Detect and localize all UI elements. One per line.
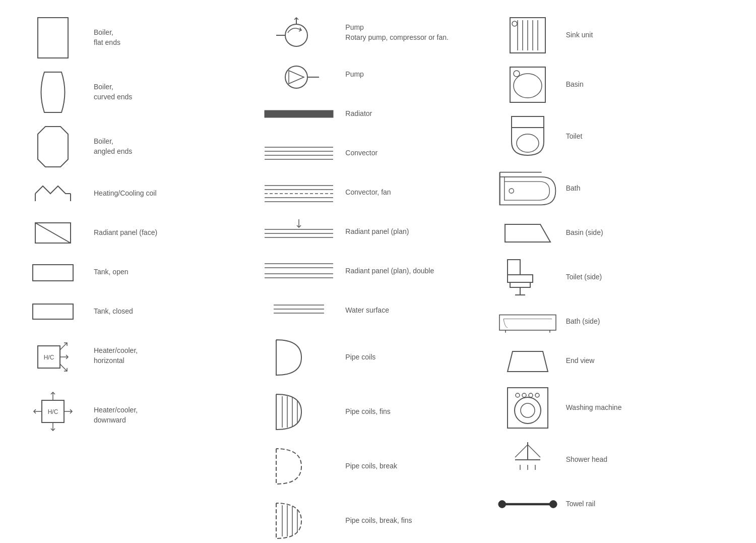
symbol-basin-side bbox=[497, 219, 558, 247]
label-heating-cooling-coil: Heating/Cooling coil bbox=[94, 189, 157, 199]
svg-line-89 bbox=[528, 445, 540, 457]
symbol-convector-fan bbox=[259, 182, 339, 204]
label-bath-side: Bath (side) bbox=[566, 317, 600, 327]
symbol-boiler-angled bbox=[20, 124, 86, 169]
item-toilet: Toilet bbox=[497, 114, 736, 159]
label-bath: Bath bbox=[566, 184, 581, 194]
item-towel-rail: Towel rail bbox=[497, 489, 736, 519]
svg-point-83 bbox=[516, 393, 520, 397]
label-boiler-flat: Boiler,flat ends bbox=[94, 28, 120, 47]
item-end-view: End view bbox=[497, 346, 736, 376]
svg-rect-76 bbox=[499, 315, 556, 330]
svg-point-84 bbox=[522, 393, 526, 397]
symbol-shower-head bbox=[497, 440, 558, 480]
label-pipe-coils: Pipe coils bbox=[345, 352, 375, 363]
svg-rect-72 bbox=[508, 275, 533, 282]
label-radiant-panel-face: Radiant panel (face) bbox=[94, 228, 157, 238]
item-heating-cooling-coil: Heating/Cooling coil bbox=[20, 178, 259, 209]
item-boiler-curved: Boiler,curved ends bbox=[20, 70, 259, 115]
item-sink-unit: Sink unit bbox=[497, 15, 736, 55]
symbol-radiant-panel-face bbox=[20, 218, 86, 248]
svg-point-67 bbox=[517, 134, 539, 152]
label-heater-cooler-horiz: Heater/cooler,horizontal bbox=[94, 346, 138, 366]
item-pipe-coils-fins: Pipe coils, fins bbox=[259, 389, 497, 435]
symbol-radiator bbox=[259, 106, 339, 122]
symbol-boiler-flat bbox=[20, 15, 86, 61]
svg-rect-71 bbox=[508, 260, 520, 275]
symbol-boiler-curved bbox=[20, 70, 86, 115]
svg-rect-27 bbox=[265, 110, 333, 117]
item-pipe-coils-break: Pipe coils, break bbox=[259, 444, 497, 489]
column-1: Boiler,flat ends Boiler,curved ends Boil… bbox=[20, 15, 259, 543]
column-2: PumpRotary pump, compressor or fan. Pump bbox=[259, 15, 497, 543]
item-tank-open: Tank, open bbox=[20, 257, 259, 287]
item-radiant-panel-plan: Radiant panel (plan) bbox=[259, 217, 497, 247]
svg-point-86 bbox=[535, 393, 539, 397]
symbol-pipe-coils-fins bbox=[259, 389, 339, 435]
svg-point-85 bbox=[529, 393, 533, 397]
svg-line-88 bbox=[515, 445, 528, 457]
svg-text:H/C: H/C bbox=[48, 408, 58, 415]
symbol-pipe-coils-break bbox=[259, 444, 339, 489]
svg-point-62 bbox=[512, 21, 517, 26]
svg-point-82 bbox=[521, 403, 535, 417]
symbol-pipe-coils-break-fins bbox=[259, 498, 339, 543]
label-convector-fan: Convector, fan bbox=[345, 188, 391, 198]
symbol-tank-closed bbox=[20, 299, 86, 324]
svg-point-21 bbox=[285, 24, 307, 46]
item-pump: Pump bbox=[259, 59, 497, 90]
item-boiler-angled: Boiler,angled ends bbox=[20, 124, 259, 169]
item-convector-fan: Convector, fan bbox=[259, 177, 497, 208]
symbol-heating-cooling-coil bbox=[20, 181, 86, 206]
main-page: Boiler,flat ends Boiler,curved ends Boil… bbox=[0, 0, 756, 543]
svg-line-13 bbox=[60, 343, 67, 350]
label-pipe-coils-break-fins: Pipe coils, break, fins bbox=[345, 516, 412, 526]
symbol-tank-open bbox=[20, 260, 86, 285]
label-shower-head: Shower head bbox=[566, 455, 608, 465]
symbol-radiant-panel-plan bbox=[259, 218, 339, 246]
item-heater-cooler-down: H/C Heater/cooler,downward bbox=[20, 385, 259, 446]
label-sink-unit: Sink unit bbox=[566, 30, 593, 40]
item-washing-machine: Washing machine bbox=[497, 385, 736, 431]
item-toilet-side: Toilet (side) bbox=[497, 257, 736, 297]
svg-point-70 bbox=[509, 189, 514, 193]
symbol-convector bbox=[259, 143, 339, 163]
label-radiant-panel-plan: Radiant panel (plan) bbox=[345, 227, 409, 237]
symbol-heater-cooler-horiz: H/C bbox=[20, 336, 86, 376]
symbol-pump-rotary bbox=[259, 15, 339, 50]
svg-rect-66 bbox=[512, 116, 544, 128]
symbol-end-view bbox=[497, 347, 558, 375]
symbol-heater-cooler-down: H/C bbox=[20, 385, 86, 446]
symbol-washing-machine bbox=[497, 385, 558, 431]
symbol-towel-rail bbox=[497, 497, 558, 512]
item-bath: Bath bbox=[497, 168, 736, 209]
item-radiant-panel-plan-double: Radiant panel (plan), double bbox=[259, 256, 497, 286]
label-heater-cooler-down: Heater/cooler,downward bbox=[94, 405, 138, 425]
item-pipe-coils: Pipe coils bbox=[259, 335, 497, 380]
label-tank-closed: Tank, closed bbox=[94, 307, 133, 317]
item-bath-side: Bath (side) bbox=[497, 307, 736, 337]
svg-point-81 bbox=[515, 397, 541, 424]
item-pump-rotary: PumpRotary pump, compressor or fan. bbox=[259, 15, 497, 50]
symbol-bath bbox=[497, 168, 558, 209]
label-boiler-angled: Boiler,angled ends bbox=[94, 137, 132, 156]
item-shower-head: Shower head bbox=[497, 440, 736, 480]
svg-rect-0 bbox=[38, 18, 68, 58]
symbol-radiant-panel-plan-double bbox=[259, 259, 339, 284]
svg-point-65 bbox=[514, 71, 520, 77]
item-radiator: Radiator bbox=[259, 99, 497, 129]
item-basin: Basin bbox=[497, 65, 736, 105]
item-water-surface: Water surface bbox=[259, 295, 497, 326]
item-basin-side: Basin (side) bbox=[497, 218, 736, 248]
svg-rect-9 bbox=[33, 304, 73, 319]
svg-line-14 bbox=[60, 364, 67, 371]
label-boiler-curved: Boiler,curved ends bbox=[94, 82, 132, 102]
label-basin-side: Basin (side) bbox=[566, 228, 603, 238]
svg-marker-25 bbox=[289, 71, 304, 84]
label-radiant-panel-plan-double: Radiant panel (plan), double bbox=[345, 266, 434, 276]
label-washing-machine: Washing machine bbox=[566, 403, 622, 413]
column-3: Sink unit Basin bbox=[497, 15, 736, 543]
svg-rect-63 bbox=[510, 67, 545, 102]
symbol-bath-side bbox=[497, 308, 558, 336]
svg-point-64 bbox=[514, 74, 542, 98]
